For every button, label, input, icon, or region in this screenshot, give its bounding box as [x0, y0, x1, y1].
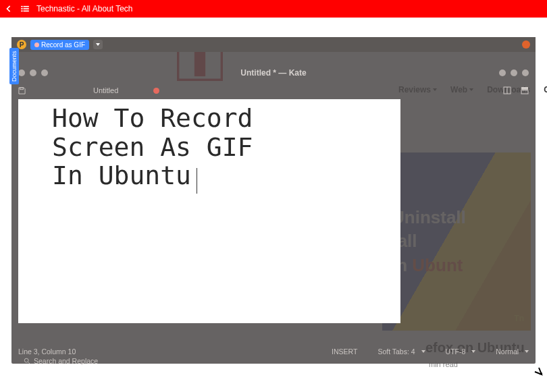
window-controls-left[interactable]: [18, 69, 48, 76]
svg-rect-3: [24, 8, 29, 9]
browser-top-bar: Technastic - All About Tech: [0, 0, 547, 18]
kate-tabrow: Untitled: [11, 84, 536, 96]
editor-area[interactable]: How To Record Screen As GIF In Ubuntu: [18, 99, 400, 323]
status-cursor[interactable]: Line 3, Column 10: [18, 347, 76, 356]
recorder-body: 1136 x 708 Untitled * — Kate: [11, 52, 536, 364]
save-icon[interactable]: [18, 87, 26, 94]
traffic-light-min[interactable]: [30, 69, 36, 76]
search-icon: [24, 358, 30, 364]
svg-point-15: [24, 358, 28, 362]
status-syntax[interactable]: Normal: [496, 347, 529, 356]
back-icon[interactable]: [4, 4, 14, 13]
record-dot-icon: [34, 43, 39, 47]
svg-rect-5: [24, 11, 29, 12]
recorder-titlebar[interactable]: P Record as GIF: [11, 37, 536, 52]
record-button[interactable]: Record as GIF: [30, 40, 89, 50]
split-vertical-icon[interactable]: [521, 86, 529, 94]
svg-rect-4: [21, 11, 23, 12]
status-mode[interactable]: INSERT: [332, 347, 357, 356]
traffic-light-max[interactable]: [41, 69, 48, 76]
split-horizontal-icon[interactable]: [503, 86, 511, 94]
svg-rect-0: [21, 6, 23, 7]
page-title: Technastic - All About Tech: [36, 4, 133, 13]
nav-contact[interactable]: Contac: [544, 85, 547, 94]
chevron-down-icon: [525, 350, 529, 353]
svg-rect-2: [21, 8, 23, 9]
status-softtabs[interactable]: Soft Tabs: 4: [377, 347, 425, 356]
kate-titlebar[interactable]: Untitled * — Kate: [18, 65, 529, 80]
record-label: Record as GIF: [41, 41, 85, 49]
chevron-down-icon: [471, 350, 475, 353]
svg-rect-1: [24, 6, 29, 7]
search-replace-button[interactable]: Search and Replace: [24, 357, 98, 365]
editor-content[interactable]: How To Record Screen As GIF In Ubuntu: [18, 99, 400, 200]
svg-line-16: [28, 362, 30, 364]
window-controls-right[interactable]: [499, 69, 529, 76]
document-tab[interactable]: Untitled: [93, 86, 118, 94]
kate-window-title: Untitled * — Kate: [240, 68, 306, 78]
close-button[interactable]: [522, 40, 530, 49]
record-dropdown[interactable]: [93, 40, 103, 49]
svg-rect-13: [521, 87, 528, 90]
traffic-light-close[interactable]: [18, 69, 25, 76]
search-replace-label: Search and Replace: [34, 357, 98, 365]
kate-window: Untitled * — Kate Untitled: [11, 52, 536, 364]
resize-handle-icon[interactable]: [533, 366, 543, 376]
tab-close-icon[interactable]: [153, 88, 159, 94]
svg-rect-14: [521, 90, 528, 94]
status-bar: Line 3, Column 10 INSERT Soft Tabs: 4 UT…: [18, 347, 529, 356]
recorder-window: P Record as GIF 1136 x 708 Untitled * — …: [11, 37, 536, 364]
list-icon[interactable]: [20, 5, 30, 12]
svg-rect-10: [20, 87, 24, 89]
documents-side-tab[interactable]: Documents: [9, 48, 19, 84]
chevron-down-icon: [421, 350, 425, 353]
status-encoding[interactable]: UTF-8: [446, 347, 476, 356]
